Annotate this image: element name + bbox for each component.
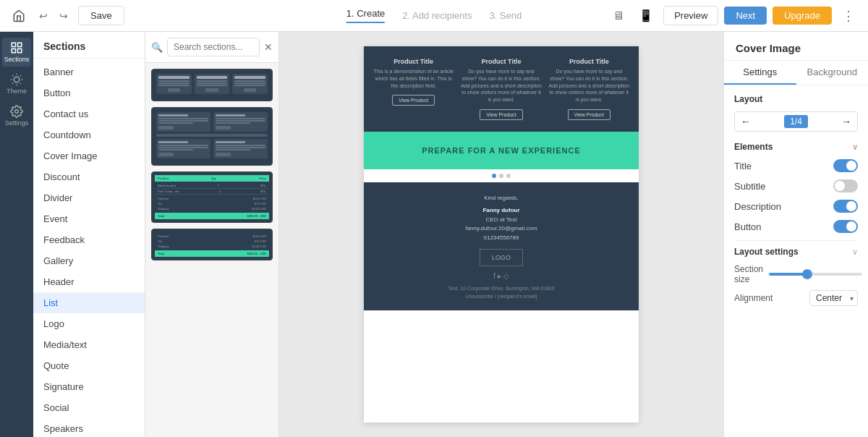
right-panel-content: Layout ← 1/4 → Elements ∨ Title Subtitle: [724, 85, 868, 437]
section-item-contact-us[interactable]: Contact us: [33, 103, 145, 124]
product-2-title: Product Title: [460, 58, 542, 65]
step-3[interactable]: 3. Send: [489, 10, 522, 21]
section-item-media-text[interactable]: Media/text: [33, 334, 145, 355]
alignment-row: Alignment Left Center Right: [734, 290, 858, 306]
svg-point-13: [15, 110, 19, 114]
signature-phone: 01234556789: [375, 234, 627, 243]
sidebar-item-sections[interactable]: Sections: [2, 38, 31, 67]
product-3-button[interactable]: View Product: [568, 109, 610, 120]
upgrade-button[interactable]: Upgrade: [773, 7, 832, 25]
divider: [734, 240, 858, 241]
section-item-divider[interactable]: Divider: [33, 187, 145, 208]
home-icon[interactable]: [9, 6, 29, 26]
layout-label-text: Layout: [734, 94, 762, 104]
theme-icon-label: Theme: [7, 88, 27, 95]
section-size-row: Section size: [734, 264, 858, 284]
product-2-desc: Do you have more to say and show? You ca…: [460, 68, 542, 103]
product-3-title: Product Title: [548, 58, 630, 65]
step-2[interactable]: 2. Add recipients: [402, 10, 472, 21]
svg-rect-1: [18, 43, 22, 46]
section-item-social[interactable]: Social: [33, 397, 145, 418]
step-1[interactable]: 1. Create: [346, 8, 385, 23]
desktop-view-button[interactable]: 🖥: [608, 7, 629, 25]
more-options-button[interactable]: ⋮: [838, 5, 859, 27]
section-item-header[interactable]: Header: [33, 271, 145, 292]
undo-button[interactable]: ↩: [35, 7, 52, 25]
layout-next-button[interactable]: →: [841, 116, 851, 127]
search-input[interactable]: [167, 38, 260, 56]
section-item-signature[interactable]: Signature: [33, 376, 145, 397]
product-1-title: Product Title: [373, 58, 454, 65]
toggle-subtitle: Subtitle: [734, 179, 858, 192]
tab-background[interactable]: Background: [796, 61, 869, 85]
right-panel-tabs: Settings Background: [724, 61, 868, 85]
section-size-label: Section size: [734, 264, 763, 284]
signature-title: CEO at Test: [375, 216, 627, 225]
template-card-table-2[interactable]: Subtotal $154 USD Tax $79 USD Shipping $…: [151, 229, 273, 260]
product-1: Product Title This is a demonstration of…: [373, 58, 454, 120]
section-item-logo[interactable]: Logo: [33, 313, 145, 334]
search-icon: 🔍: [151, 42, 163, 53]
section-item-gallery[interactable]: Gallery: [33, 250, 145, 271]
section-item-quote[interactable]: Quote: [33, 355, 145, 376]
sections-icon-label: Sections: [4, 56, 30, 63]
toggle-subtitle-label: Subtitle: [734, 181, 765, 192]
product-3: Product Title Do you have more to say an…: [548, 58, 630, 120]
section-item-banner[interactable]: Banner: [33, 61, 145, 82]
email-products-section: Product Title This is a demonstration of…: [364, 46, 639, 132]
section-item-cover-image[interactable]: Cover Image: [33, 145, 145, 166]
section-item-event[interactable]: Event: [33, 208, 145, 229]
template-card-products[interactable]: [151, 69, 273, 101]
section-item-discount[interactable]: Discount: [33, 166, 145, 187]
save-button[interactable]: Save: [78, 6, 124, 25]
layout-prev-button[interactable]: ←: [741, 116, 751, 127]
svg-line-11: [12, 83, 13, 84]
sidebar-item-settings[interactable]: Settings: [2, 101, 31, 130]
tab-settings[interactable]: Settings: [724, 61, 796, 85]
email-dots: [364, 169, 639, 182]
toggle-subtitle-switch[interactable]: [833, 179, 858, 192]
icon-sidebar: Sections Theme Settings: [0, 32, 33, 437]
layout-section-label: Layout: [734, 94, 858, 104]
topbar-left: ↩ ↪ Save: [9, 6, 124, 26]
section-item-speakers[interactable]: Speakers: [33, 418, 145, 437]
right-panel: Cover Image Settings Background Layout ←…: [723, 32, 868, 437]
section-item-list[interactable]: List: [33, 292, 145, 313]
topbar: ↩ ↪ Save 1. Create 2. Add recipients 3. …: [0, 0, 868, 32]
elements-section-label: Elements ∨: [734, 142, 858, 152]
alignment-select-wrapper: Left Center Right: [809, 290, 858, 306]
templates-panel: 🔍 ✕: [145, 32, 279, 437]
close-search-button[interactable]: ✕: [264, 41, 273, 53]
section-item-feedback[interactable]: Feedback: [33, 229, 145, 250]
canvas-area: Product Title This is a demonstration of…: [279, 32, 723, 437]
product-1-button[interactable]: View Product: [392, 95, 435, 106]
mobile-view-button[interactable]: 📱: [634, 6, 658, 25]
section-item-button[interactable]: Button: [33, 82, 145, 103]
template-card-table-1[interactable]: Product Qty Price Black trousers 1 $76- …: [151, 171, 273, 223]
toggle-description: Description: [734, 200, 858, 213]
alignment-select[interactable]: Left Center Right: [809, 290, 858, 306]
topbar-right: 🖥 📱 Preview Next Upgrade ⋮: [608, 5, 859, 27]
sections-panel: Sections Banner Button Contact us Countd…: [33, 32, 145, 437]
template-card-list-two-col[interactable]: [151, 107, 273, 166]
next-button[interactable]: Next: [724, 7, 767, 25]
preview-button[interactable]: Preview: [663, 6, 718, 25]
svg-rect-0: [12, 43, 15, 46]
step-1-label: 1. Create: [346, 8, 385, 19]
section-item-countdown[interactable]: Countdown: [33, 124, 145, 145]
toggle-title-label: Title: [734, 161, 752, 171]
toggle-button-switch[interactable]: [833, 220, 858, 233]
templates-search-bar: 🔍 ✕: [145, 32, 278, 63]
signature-email: fanny.dufour.20@gmail.com: [375, 224, 627, 234]
toggle-title-switch[interactable]: [833, 159, 858, 172]
toggle-description-switch[interactable]: [833, 200, 858, 213]
dot-2: [499, 174, 503, 178]
svg-point-4: [14, 77, 20, 82]
email-banner-text: PREPARE FOR A NEW EXPERIENCE: [378, 146, 624, 155]
sidebar-item-theme[interactable]: Theme: [2, 69, 31, 98]
product-2-button[interactable]: View Product: [480, 109, 522, 120]
signature-socials: f ▸ ◇: [375, 272, 627, 280]
redo-button[interactable]: ↪: [55, 7, 72, 25]
section-size-slider[interactable]: [769, 273, 862, 276]
product-3-desc: Do you have more to say and show? You ca…: [548, 68, 630, 103]
